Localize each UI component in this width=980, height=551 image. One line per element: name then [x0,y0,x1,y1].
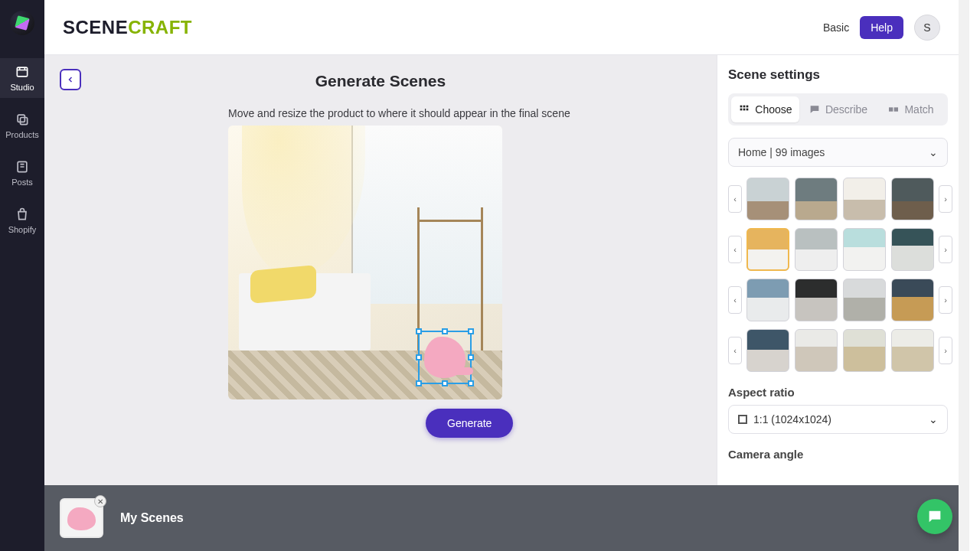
bottom-bar: ✕ My Scenes [44,485,959,551]
library-selected-value: Home | 99 images [738,146,825,158]
scene-thumb[interactable] [795,228,838,271]
thumb-prev[interactable]: ‹ [728,185,742,213]
thumb-next[interactable]: › [939,236,952,263]
resize-handle-lm[interactable] [416,354,422,360]
product-thumb[interactable]: ✕ [60,498,103,538]
tab-match[interactable]: Match [877,96,945,122]
app-logo[interactable] [10,11,34,35]
svg-rect-5 [743,106,746,108]
resize-handle-rm[interactable] [468,354,474,360]
tab-choose[interactable]: Choose [731,96,799,122]
remove-product-button[interactable]: ✕ [94,495,106,507]
resize-handle-bl[interactable] [416,380,422,386]
scene-thumb[interactable] [891,228,934,271]
brand-wordmark: SCENECRAFT [63,17,192,38]
scene-thumb[interactable] [843,228,886,271]
chat-fab[interactable] [917,499,952,534]
plan-label[interactable]: Basic [823,21,849,34]
svg-rect-9 [746,109,749,111]
resize-handle-tm[interactable] [442,328,448,334]
tab-label: Choose [755,103,792,116]
settings-heading: Scene settings [728,67,948,83]
chevron-down-icon: ⌄ [929,146,938,158]
scene-thumb[interactable] [795,178,838,220]
svg-rect-0 [17,67,27,77]
canvas-area: Generate Scenes Move and resize the prod… [44,55,717,485]
scene-thumb[interactable] [795,329,838,372]
scene-thumb[interactable] [746,178,789,220]
resize-handle-tl[interactable] [416,328,422,334]
rail-item-shopify[interactable]: Shopify [0,201,44,240]
top-actions: Basic Help S [823,15,940,41]
rail-label: Studio [10,83,34,92]
scene-pillow [250,265,316,303]
square-icon [738,415,747,424]
back-button[interactable] [60,69,81,90]
note-icon [15,159,30,174]
tab-describe[interactable]: Describe [804,96,872,122]
camera-angle-label: Camera angle [728,448,948,461]
thumb-next[interactable]: › [939,286,952,314]
svg-rect-11 [894,107,898,111]
tab-label: Describe [825,103,867,116]
rail-label: Shopify [8,225,37,234]
page-title: Generate Scenes [60,72,701,90]
workspace: Generate Scenes Move and resize the prod… [44,55,959,485]
rail-item-products[interactable]: Products [0,106,44,145]
thumb-row: ‹ › [728,329,948,372]
scene-thumb[interactable] [891,178,934,220]
rail-item-posts[interactable]: Posts [0,153,44,193]
tab-label: Match [904,103,933,116]
rail-label: Products [5,130,38,139]
svg-rect-7 [740,109,743,111]
scene-thumb[interactable] [891,329,934,372]
resize-handle-tr[interactable] [468,328,474,334]
scene-thumb[interactable] [795,279,838,321]
svg-rect-10 [889,107,893,111]
resize-handle-br[interactable] [468,380,474,386]
product-cap-icon [67,507,96,530]
svg-rect-8 [743,109,746,111]
scene-thumb[interactable] [891,279,934,321]
aspect-ratio-select[interactable]: 1:1 (1024x1024) ⌄ [728,405,948,434]
svg-rect-6 [746,106,749,108]
thumb-next[interactable]: › [939,185,952,213]
scene-preview[interactable] [228,126,502,399]
aspect-ratio-label: Aspect ratio [728,386,948,399]
thumb-row: ‹ › [728,279,948,321]
scene-thumb[interactable] [843,329,886,372]
rail-item-studio[interactable]: Studio [0,58,44,98]
thumb-prev[interactable]: ‹ [728,286,742,314]
brand-part2: CRAFT [128,17,192,37]
scene-thumb-selected[interactable] [746,228,789,271]
scrollbar-track[interactable] [959,0,969,551]
resize-handle-bm[interactable] [442,380,448,386]
scene-thumb[interactable] [746,279,789,321]
settings-panel: Scene settings Choose Describe Match [717,55,959,485]
main-column: SCENECRAFT Basic Help S Generate Scenes … [44,0,959,551]
scene-thumb[interactable] [843,178,886,220]
svg-rect-2 [21,118,28,125]
help-button[interactable]: Help [860,16,903,39]
svg-rect-1 [18,115,24,122]
brand-part1: SCENE [63,17,128,37]
film-icon [15,64,30,80]
product-bounding-box[interactable] [418,331,472,384]
thumb-prev[interactable]: ‹ [728,337,742,364]
scene-thumb[interactable] [746,329,789,372]
user-avatar[interactable]: S [914,15,940,41]
scene-thumb[interactable] [843,279,886,321]
thumb-prev[interactable]: ‹ [728,236,742,263]
library-select[interactable]: Home | 99 images ⌄ [728,138,948,167]
stack-icon [15,112,30,127]
nav-rail: Studio Products Posts Shopify [0,0,44,551]
thumb-row: ‹ › [728,178,948,220]
app-root: Studio Products Posts Shopify SCENECRAFT [0,0,969,551]
chevron-down-icon: ⌄ [929,413,938,425]
generate-button[interactable]: Generate [426,409,513,438]
topbar: SCENECRAFT Basic Help S [44,0,959,55]
scene-curtain [242,126,365,276]
my-scenes-title: My Scenes [120,511,184,525]
thumb-next[interactable]: › [939,337,952,364]
bag-icon [15,207,30,222]
